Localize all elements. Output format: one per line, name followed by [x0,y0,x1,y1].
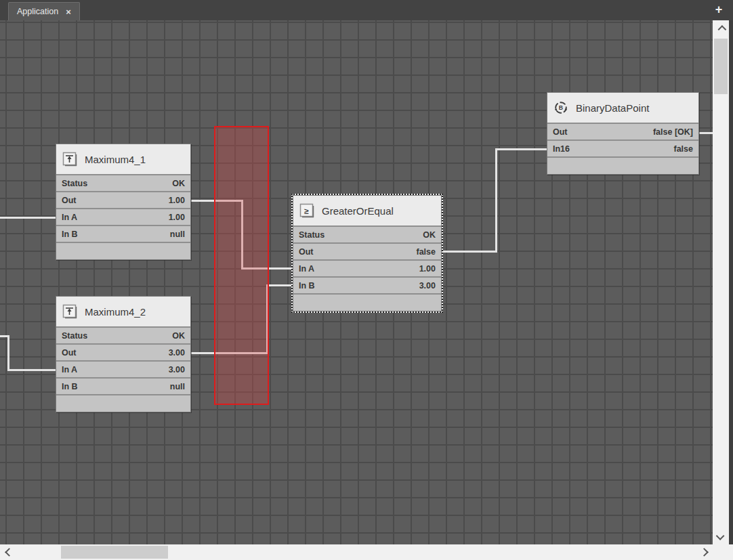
binary-data-point-icon: B [553,100,568,115]
block-header[interactable]: ≥GreaterOrEqual [293,196,441,227]
chevron-right-icon [700,548,709,557]
block-slot-out[interactable]: Outfalse [293,244,441,261]
slot-label: Status [62,331,87,341]
block-slot-out[interactable]: Outfalse [OK] [547,124,698,141]
slot-label: Out [299,247,314,257]
chevron-up-icon [717,25,726,34]
slot-label: Out [62,196,77,205]
slot-value: OK [172,179,185,188]
block-title: BinaryDataPoint [576,102,649,114]
slot-value: 1.00 [419,264,436,274]
rubber-band-selection [214,126,269,405]
scrollbar-corner [713,544,733,560]
slot-label: In A [62,365,77,374]
slot-label: In B [299,281,315,290]
block-title: Maximum4_1 [85,154,146,165]
block-slot-in-a[interactable]: In A3.00 [56,362,190,379]
tab-application[interactable]: Application × [8,2,80,20]
wiresheet-canvas[interactable]: Maximum4_1StatusOKOut1.00In A1.00In Bnul… [0,20,713,544]
svg-text:B: B [559,104,563,111]
vertical-scrollbar[interactable] [713,20,729,544]
slot-value: 1.00 [169,196,185,205]
window-edge [729,20,733,544]
function-block-maximum4_2[interactable]: Maximum4_2StatusOKOut3.00In A3.00In Bnul… [56,296,191,412]
block-footer [547,158,698,174]
slot-label: Status [299,230,324,240]
scroll-left-button[interactable] [1,544,16,559]
block-slot-in-b[interactable]: In B3.00 [293,278,441,295]
horizontal-scrollbar[interactable] [0,544,713,560]
function-block-binarydatapoint[interactable]: BBinaryDataPointOutfalse [OK]In16false [547,92,699,175]
slot-value: false [OK] [653,127,693,137]
block-slot-out[interactable]: Out1.00 [56,192,190,209]
slot-value: 3.00 [169,348,185,358]
block-title: GreaterOrEqual [322,205,394,217]
vertical-scroll-thumb[interactable] [714,39,728,94]
wire-link[interactable] [0,336,56,370]
chevron-down-icon [715,532,724,540]
block-slot-status[interactable]: StatusOK [293,227,441,244]
slot-value: false [417,247,436,257]
scroll-down-button[interactable] [713,528,728,543]
slot-value: false [674,144,694,154]
add-tab-button[interactable]: + [712,3,726,16]
tab-bar: Application × + [0,0,733,20]
slot-value: OK [423,230,436,240]
block-header[interactable]: BBinaryDataPoint [547,93,698,124]
chevron-left-icon [5,548,14,557]
function-block-greaterorequal[interactable]: ≥GreaterOrEqualStatusOKOutfalseIn A1.00I… [293,195,442,311]
slot-label: In16 [553,144,570,154]
slot-label: In B [62,230,78,239]
block-slot-in-b[interactable]: In Bnull [56,379,190,395]
block-slot-out[interactable]: Out3.00 [56,345,190,362]
block-title: Maximum4_2 [85,306,146,318]
horizontal-scroll-thumb[interactable] [61,546,168,559]
block-footer [56,243,190,259]
function-block-maximum4_1[interactable]: Maximum4_1StatusOKOut1.00In A1.00In Bnul… [56,144,191,260]
slot-label: In A [62,213,77,222]
slot-label: Status [62,179,87,188]
tab-label: Application [17,7,58,16]
slot-value: 3.00 [419,281,436,290]
slot-value: 1.00 [169,213,185,222]
slot-value: OK [172,331,185,341]
block-header[interactable]: Maximum4_2 [56,297,190,328]
slot-label: Out [553,127,568,137]
block-slot-status[interactable]: StatusOK [56,175,190,192]
greater-or-equal-icon: ≥ [299,203,314,218]
svg-text:≥: ≥ [304,207,309,216]
slot-label: In A [299,264,314,274]
block-slot-in16[interactable]: In16false [547,141,698,158]
slot-value: null [170,382,185,391]
slot-value: null [170,230,185,239]
maximum-icon [62,152,77,167]
slot-label: In B [62,382,78,391]
scroll-right-button[interactable] [696,544,711,559]
block-slot-in-b[interactable]: In Bnull [56,226,190,243]
maximum-icon [62,304,77,319]
slot-value: 3.00 [169,365,185,374]
block-slot-in-a[interactable]: In A1.00 [56,209,190,226]
block-footer [293,295,441,311]
block-header[interactable]: Maximum4_1 [56,144,190,175]
wire-link[interactable] [442,149,547,251]
slot-label: Out [62,348,77,358]
scroll-up-button[interactable] [713,22,728,37]
block-slot-status[interactable]: StatusOK [56,328,190,345]
block-slot-in-a[interactable]: In A1.00 [293,261,441,278]
block-footer [56,395,190,412]
tab-close-icon[interactable]: × [66,7,71,16]
